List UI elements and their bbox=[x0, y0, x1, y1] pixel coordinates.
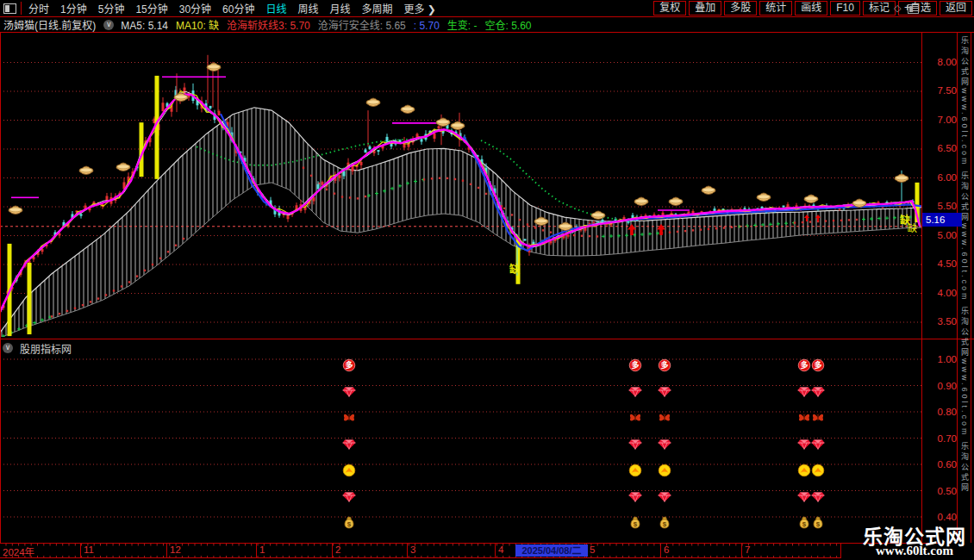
gold-ingot-icon bbox=[702, 186, 715, 195]
period-tab-日线[interactable]: 日线 bbox=[265, 3, 286, 16]
app-window: 多$缺缺 分时1分钟5分钟15分钟30分钟60分钟日线周线月线多周期更多 ❯ 复… bbox=[0, 0, 974, 560]
toolbar-button-画线[interactable]: 画线 bbox=[795, 1, 827, 16]
candle bbox=[317, 184, 320, 190]
gold-ingot-icon bbox=[804, 195, 818, 203]
indicator-value: MA10: 缺 bbox=[176, 20, 219, 32]
gold-ingot-icon bbox=[669, 197, 683, 206]
gold-ingot-icon bbox=[634, 197, 648, 206]
indicator-value: 沧海行安全线: 5.65 bbox=[318, 20, 406, 32]
gem-icon bbox=[343, 388, 356, 397]
gem-icon bbox=[812, 440, 825, 450]
price-axis-label: 3.50 bbox=[922, 316, 957, 327]
chart-canvas[interactable]: 多$缺缺 bbox=[0, 0, 974, 560]
indicator-value: MA5: 5.14 bbox=[121, 20, 168, 32]
candle bbox=[421, 139, 423, 141]
gem-icon bbox=[629, 440, 642, 450]
timeline-month-label[interactable]: 2 bbox=[335, 544, 340, 555]
split-window-icon[interactable] bbox=[3, 3, 16, 14]
gold-ingot-icon bbox=[79, 166, 93, 175]
timeline-month-label[interactable]: 1 bbox=[259, 544, 265, 555]
gold-ingot-icon bbox=[451, 121, 465, 130]
period-tab-更多 ❯[interactable]: 更多 ❯ bbox=[404, 3, 436, 16]
gem-icon bbox=[812, 493, 825, 502]
indicator-value: 生变: - bbox=[447, 20, 478, 32]
toolbar-button-叠加[interactable]: 叠加 bbox=[689, 1, 721, 16]
candle bbox=[434, 134, 436, 139]
period-tab-1分钟[interactable]: 1分钟 bbox=[60, 3, 87, 16]
price-axis-label: 5.00 bbox=[922, 230, 957, 240]
timeline-month-label[interactable]: 11 bbox=[84, 544, 94, 555]
candle bbox=[761, 207, 764, 208]
duo-badge-icon bbox=[812, 359, 824, 371]
duo-badge-icon bbox=[343, 359, 355, 371]
sub-panel-title: 股朋指标网 bbox=[20, 341, 72, 356]
gem-icon bbox=[659, 440, 671, 450]
price-axis-label: 4.50 bbox=[922, 258, 957, 269]
timeline-month-label[interactable]: 4 bbox=[498, 544, 503, 555]
pane-icon[interactable] bbox=[908, 4, 919, 14]
candle bbox=[662, 213, 665, 215]
toolbar-button-返回[interactable]: 返回 bbox=[940, 1, 972, 16]
butterfly-icon bbox=[344, 414, 354, 420]
toolbar-button-F10[interactable]: F10 bbox=[830, 1, 860, 16]
diamond-icon[interactable]: ◇ bbox=[894, 3, 901, 14]
sub-panel-header[interactable]: ∨ 股朋指标网 bbox=[0, 340, 72, 356]
indicator-values: MA5: 5.14MA10: 缺沧海斩妖线3: 5.70沧海行安全线: 5.65… bbox=[121, 17, 539, 33]
side-watermark-strip: 乐淘公式网www.60lt.com 乐淘公式网www.60lt.com 乐淘公式… bbox=[958, 36, 971, 541]
chevron-down-icon[interactable]: ∨ bbox=[103, 20, 114, 30]
moneybag-icon bbox=[660, 517, 669, 528]
toolbar-button-标记[interactable]: 标记 bbox=[863, 1, 896, 16]
price-axis-label: 8.00 bbox=[922, 57, 957, 67]
gold-ingot-icon bbox=[895, 174, 908, 183]
butterfly-icon bbox=[799, 414, 809, 420]
sun-icon bbox=[659, 464, 671, 476]
period-tab-周线[interactable]: 周线 bbox=[297, 3, 318, 16]
signal-panel[interactable] bbox=[0, 359, 921, 528]
candle bbox=[287, 215, 290, 219]
sub-axis-label: 0.60 bbox=[922, 459, 957, 470]
timeline-month-label[interactable]: 12 bbox=[170, 544, 181, 555]
toolbar-button-复权[interactable]: 复权 bbox=[653, 1, 686, 16]
timeline-month-label[interactable]: 3 bbox=[410, 544, 415, 555]
gem-icon bbox=[343, 493, 356, 502]
sub-axis-label: 0.90 bbox=[922, 381, 957, 391]
duo-badge-icon bbox=[798, 359, 810, 371]
price-axis-label: 5.50 bbox=[922, 201, 957, 211]
timeline-month-label[interactable]: 6 bbox=[664, 544, 669, 555]
price-axis-label: 4.00 bbox=[922, 288, 957, 298]
candle bbox=[365, 150, 367, 153]
sun-icon bbox=[629, 464, 641, 476]
frame-lines bbox=[0, 2, 974, 558]
sub-axis-label: 1.00 bbox=[922, 354, 957, 364]
candle bbox=[209, 106, 212, 109]
timeline-month-label[interactable]: 5 bbox=[590, 544, 595, 555]
watermark-url: www.60lt.com bbox=[855, 544, 974, 558]
signal-bar bbox=[28, 263, 32, 334]
period-tab-多周期[interactable]: 多周期 bbox=[362, 3, 393, 16]
moneybag-icon bbox=[631, 517, 640, 528]
period-tab-分时[interactable]: 分时 bbox=[28, 3, 49, 16]
sun-icon bbox=[798, 464, 810, 476]
duo-badge-icon bbox=[629, 359, 641, 371]
candle bbox=[80, 214, 83, 215]
period-tab-60分钟[interactable]: 60分钟 bbox=[222, 3, 254, 16]
main-plot[interactable]: 缺缺 bbox=[0, 55, 921, 338]
stock-title: 汤姆猫(日线.前复权) bbox=[3, 17, 96, 32]
missing-data-axis-label: 缺 bbox=[896, 221, 917, 234]
candle bbox=[438, 126, 440, 128]
indicator-value: 空仓: 5.60 bbox=[485, 20, 532, 32]
period-tab-30分钟[interactable]: 30分钟 bbox=[179, 3, 211, 16]
chevron-down-icon[interactable]: ∨ bbox=[3, 343, 13, 353]
period-tab-15分钟[interactable]: 15分钟 bbox=[135, 3, 167, 16]
price-axis-label: 6.50 bbox=[922, 143, 957, 153]
missing-data-label: 缺 bbox=[509, 263, 521, 276]
toolbar-button-多股[interactable]: 多股 bbox=[724, 1, 757, 16]
period-tab-月线[interactable]: 月线 bbox=[330, 3, 351, 16]
toolbar-buttons: 复权叠加多股统计画线F10标记+自选返回 bbox=[653, 1, 972, 16]
selected-date-box: 2025/04/08/二 bbox=[515, 544, 588, 557]
indicator-header: 汤姆猫(日线.前复权) ∨ MA5: 5.14MA10: 缺沧海斩妖线3: 5.… bbox=[0, 16, 974, 33]
gem-icon bbox=[812, 388, 825, 397]
toolbar-button-统计[interactable]: 统计 bbox=[759, 1, 792, 16]
timeline-month-label[interactable]: 7 bbox=[745, 544, 750, 555]
period-tab-5分钟[interactable]: 5分钟 bbox=[98, 3, 125, 16]
